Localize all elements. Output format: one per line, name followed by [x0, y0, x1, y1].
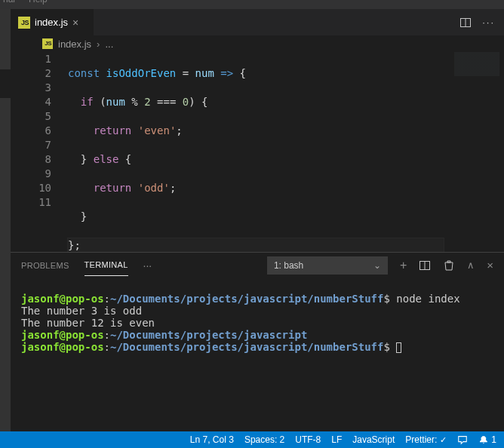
close-icon[interactable]: ×: [72, 17, 78, 28]
status-prettier[interactable]: Prettier:: [405, 434, 447, 445]
main-area: JS index.js × ··· JS index.js › ... 123 …: [0, 9, 504, 431]
menubar[interactable]: nal Help: [0, 0, 504, 9]
terminal-cursor: [396, 342, 401, 353]
maximize-panel-icon[interactable]: ∧: [467, 259, 475, 271]
panel-tab-problems[interactable]: PROBLEMS: [21, 255, 69, 276]
chevron-right-icon: ›: [97, 38, 100, 50]
code-editor[interactable]: 123 456 789 1011 const isOddOrEven = num…: [11, 52, 504, 252]
terminal-selector-label: 1: bash: [274, 260, 303, 271]
menu-item-help[interactable]: Help: [29, 0, 48, 4]
gutter: 123 456 789 1011: [11, 52, 68, 252]
kill-terminal-icon[interactable]: [443, 259, 455, 272]
tab-filename: index.js: [35, 17, 68, 28]
js-icon: JS: [18, 17, 30, 29]
tab-index-js[interactable]: JS index.js ×: [11, 9, 94, 35]
status-language[interactable]: JavaScript: [352, 434, 395, 445]
breadcrumb-more[interactable]: ...: [105, 38, 113, 50]
status-feedback[interactable]: [457, 434, 468, 445]
breadcrumb[interactable]: JS index.js › ...: [11, 35, 504, 52]
terminal-selector[interactable]: 1: bash ⌄: [267, 256, 388, 275]
new-terminal-icon[interactable]: +: [400, 259, 407, 272]
panel-tabs-more[interactable]: ···: [143, 259, 152, 272]
panel: PROBLEMS TERMINAL ··· 1: bash ⌄ +: [11, 252, 504, 431]
activity-bar-active-indicator: [0, 69, 11, 98]
status-lncol[interactable]: Ln 7, Col 3: [190, 434, 234, 445]
split-editor-icon[interactable]: [459, 17, 472, 29]
panel-tab-terminal[interactable]: TERMINAL: [85, 254, 128, 276]
split-terminal-icon[interactable]: [419, 259, 431, 272]
panel-tabs: PROBLEMS TERMINAL ··· 1: bash ⌄ +: [11, 253, 504, 278]
chevron-down-icon: ⌄: [373, 260, 381, 271]
status-spaces[interactable]: Spaces: 2: [244, 434, 284, 445]
js-icon: JS: [42, 38, 53, 49]
status-encoding[interactable]: UTF-8: [295, 434, 321, 445]
breadcrumb-file[interactable]: index.js: [58, 38, 91, 50]
editor-group: JS index.js × ··· JS index.js › ... 123 …: [11, 9, 504, 431]
bell-icon: 🔔︎: [478, 434, 488, 446]
tabs-row: JS index.js × ···: [11, 9, 504, 35]
status-bar: Ln 7, Col 3 Spaces: 2 UTF-8 LF JavaScrip…: [0, 431, 504, 448]
status-eol[interactable]: LF: [331, 434, 342, 445]
minimap[interactable]: [454, 52, 499, 76]
menu-item-terminal[interactable]: nal: [3, 0, 15, 4]
code-content[interactable]: const isOddOrEven = num => { if (num % 2…: [68, 52, 504, 252]
activity-bar[interactable]: [0, 9, 11, 431]
more-actions-icon[interactable]: ···: [482, 17, 495, 28]
check-icon: [440, 434, 447, 445]
status-notifications[interactable]: 🔔︎ 1: [478, 434, 496, 446]
terminal-body[interactable]: jasonf@pop-os:~/Documents/projects/javas…: [11, 278, 504, 431]
close-panel-icon[interactable]: ×: [487, 259, 493, 272]
